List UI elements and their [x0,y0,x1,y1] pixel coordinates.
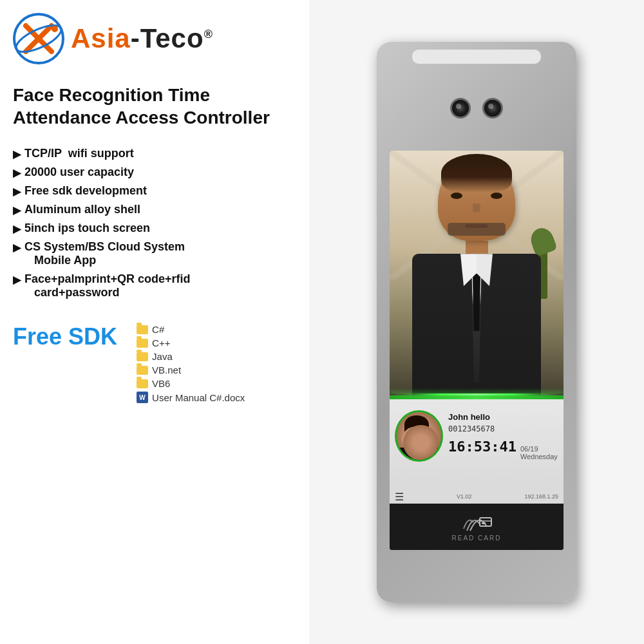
id-photo [395,410,443,462]
camera-lens-right [482,98,503,118]
feature-text: Aluminum alloy shell [24,203,140,216]
feature-text: Face+palmprint+QR code+rfid card+passwor… [24,272,191,299]
folder-icon [137,339,148,348]
face-display-area [390,151,564,395]
status-bar: ☰ V1.02 192.168.1.25 [390,489,564,504]
file-name: C++ [152,337,170,348]
id-name: John hello [448,412,558,422]
list-item: VB.net [137,365,245,375]
id-info: John hello 0012345678 16:53:41 06/19 Wed… [448,401,558,499]
person-head [438,157,515,241]
list-item: ▶ TCP/IP wifi support [13,147,296,160]
rfid-icon [460,513,493,532]
id-number: 0012345678 [448,424,558,433]
menu-icon: ☰ [395,491,404,503]
list-item: W User Manual C#.docx [137,392,245,403]
feature-text: 5inch ips touch screen [24,222,150,235]
eye-left [451,193,462,199]
list-item: ▶ Face+palmprint+QR code+rfid card+passw… [13,272,296,299]
free-sdk-label: Free SDK [13,324,117,350]
main-container: Asia-Teco® Face Recognition Time Attenda… [0,0,644,644]
file-name: Java [152,351,173,362]
read-card-label: READ CARD [452,535,502,542]
svg-point-2 [52,26,58,32]
list-item: VB6 [137,378,245,389]
arrow-icon: ▶ [13,242,21,254]
feature-text: 20000 user capacity [24,166,134,179]
device-cameras [450,98,503,118]
person-body [412,254,541,395]
right-panel: ☰ V1.02 192.168.1.25 [309,0,644,644]
word-icon: W [137,392,148,403]
arrow-icon: ▶ [13,185,21,198]
device-screen: ☰ V1.02 192.168.1.25 [390,151,564,550]
arrow-icon: ▶ [13,204,21,216]
logo-area: Asia-Teco® [13,13,296,64]
arrow-icon: ▶ [13,167,21,179]
list-item: ▶ CS System/BS Cloud System Mobile App [13,240,296,267]
svg-rect-5 [482,522,486,524]
id-date: 06/19 Wednesday [520,445,558,460]
person-figure [406,151,547,395]
arrow-icon: ▶ [13,148,21,160]
file-name: User Manual C#.docx [152,392,245,403]
list-item: ▶ 20000 user capacity [13,166,296,179]
device: ☰ V1.02 192.168.1.25 [377,42,576,602]
file-name: VB.net [152,365,181,375]
file-name: C# [152,324,164,335]
features-list: ▶ TCP/IP wifi support ▶ 20000 user capac… [13,147,296,305]
list-item: C++ [137,337,245,348]
nose [473,204,480,213]
folder-icon [137,379,148,388]
id-time: 16:53:41 [448,439,516,455]
list-item: ▶ 5inch ips touch screen [13,222,296,235]
list-item: Java [137,351,245,362]
sdk-section: Free SDK C# C++ Java VB.net [13,324,296,406]
beard [448,223,506,236]
version-text: V1.02 [457,493,472,500]
brand-name: Asia-Teco® [71,23,213,54]
device-speaker [412,50,541,64]
feature-text: TCP/IP wifi support [24,147,134,160]
file-list: C# C++ Java VB.net VB6 [137,324,245,406]
folder-icon [137,366,148,375]
feature-text: CS System/BS Cloud System Mobile App [24,240,185,267]
list-item: ▶ Free sdk development [13,184,296,198]
read-card-area: READ CARD [390,504,564,550]
folder-icon [137,325,148,334]
neck [466,241,488,254]
ip-address: 192.168.1.25 [524,493,558,500]
eye-right [491,193,502,199]
left-panel: Asia-Teco® Face Recognition Time Attenda… [0,0,309,644]
file-name: VB6 [152,378,170,389]
brand-logo-icon [13,13,64,64]
list-item: C# [137,324,245,335]
product-title: Face Recognition Time Attendance Access … [13,84,296,129]
list-item: ▶ Aluminum alloy shell [13,203,296,216]
folder-icon [137,352,148,361]
arrow-icon: ▶ [13,223,21,235]
feature-text: Free sdk development [24,184,147,198]
id-card-area: ☰ V1.02 192.168.1.25 [390,395,564,504]
camera-lens-left [450,98,471,118]
arrow-icon: ▶ [13,274,21,286]
